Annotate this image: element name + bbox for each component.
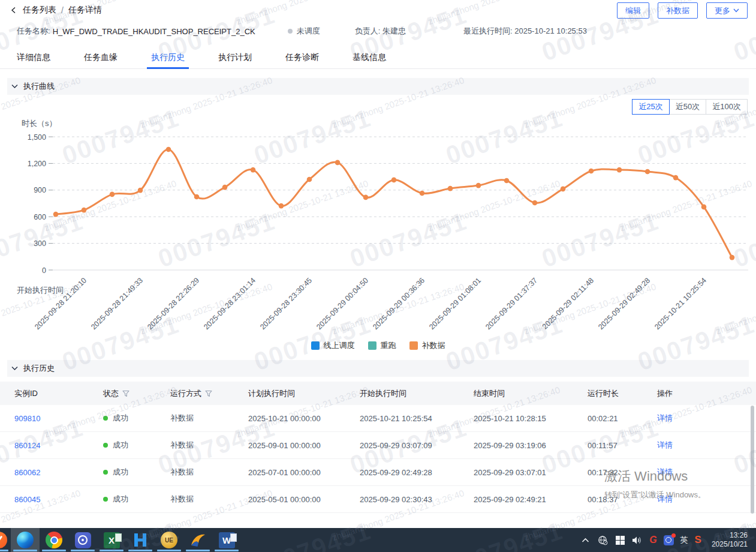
tab-plan[interactable]: 执行计划 [218, 47, 252, 68]
table-row: 860045成功补数据2025-05-01 00:00:002025-09-29… [0, 486, 756, 513]
section-execution-curve[interactable]: 执行曲线 [7, 78, 749, 95]
data-point[interactable] [617, 167, 622, 173]
detail-link[interactable]: 详情 [657, 494, 673, 503]
column-header: 计划执行时间 [248, 388, 360, 399]
running-indicator [0, 550, 8, 551]
filter-funnel-icon[interactable] [205, 390, 212, 397]
legend-item-rerun[interactable]: 重跑 [368, 340, 396, 351]
legend-item-backfill[interactable]: 补数据 [409, 340, 445, 351]
instance-id-link[interactable]: 860124 [14, 441, 40, 450]
data-point[interactable] [448, 186, 453, 191]
badge-app-icon[interactable] [664, 535, 674, 545]
data-point[interactable] [532, 200, 538, 206]
edge-icon [17, 532, 34, 548]
chevron-collapse-icon[interactable] [11, 84, 18, 89]
run-mode: 补数据 [170, 440, 194, 449]
data-point[interactable] [730, 255, 735, 260]
data-point[interactable] [363, 195, 369, 200]
instance-id-link[interactable]: 909810 [14, 414, 40, 423]
detail-link[interactable]: 详情 [657, 440, 673, 449]
taskbar-app-chrome[interactable] [40, 528, 68, 552]
clock-date: 2025/10/21 [712, 540, 748, 549]
instance-id-link[interactable]: 860062 [14, 468, 40, 477]
filter-funnel-icon[interactable] [122, 390, 129, 397]
detail-link[interactable]: 详情 [657, 413, 673, 422]
breadcrumb-task-list[interactable]: 任务列表 [23, 5, 56, 16]
data-point[interactable] [420, 191, 425, 196]
running-indicator [157, 550, 181, 551]
taskbar-apps: XUEW [0, 528, 241, 552]
series-line-backfill [56, 149, 732, 257]
clipped-app-icon [0, 532, 7, 548]
column-header: 运行时长 [588, 388, 657, 399]
section-execution-history[interactable]: 执行历史 [7, 360, 749, 377]
data-point[interactable] [166, 147, 171, 152]
data-point[interactable] [391, 178, 397, 183]
data-point[interactable] [561, 187, 566, 192]
network-globe-icon[interactable] [597, 535, 608, 545]
instance-id-link[interactable]: 860045 [14, 495, 40, 504]
section-curve-title: 执行曲线 [23, 81, 55, 92]
tab-history[interactable]: 执行历史 [151, 47, 185, 68]
taskbar-app-word[interactable]: W [212, 528, 241, 552]
data-point[interactable] [110, 192, 115, 197]
more-button[interactable]: 更多 [706, 2, 748, 19]
data-point[interactable] [701, 205, 707, 210]
svg-text:600: 600 [34, 213, 46, 221]
ime-language-indicator[interactable]: 英 [680, 535, 688, 545]
g-logo-icon[interactable]: G [649, 535, 656, 545]
chevron-collapse-icon[interactable] [11, 366, 18, 371]
chevron-up-icon[interactable] [580, 538, 591, 543]
taskbar-app-edge[interactable] [11, 528, 40, 552]
x-tick-label: 2025-09-28 23:01:14 [202, 276, 257, 331]
data-point[interactable] [251, 167, 256, 173]
range-last25-button[interactable]: 近25次 [632, 99, 669, 115]
taskbar-app-foxit[interactable] [183, 528, 212, 552]
data-point[interactable] [138, 188, 143, 193]
range-last50-button[interactable]: 近50次 [669, 99, 706, 115]
svg-text:300: 300 [34, 239, 46, 248]
taskbar-app-ultraedit[interactable]: UE [155, 528, 183, 552]
taskbar-app-messenger-app[interactable] [68, 528, 97, 552]
data-point[interactable] [645, 169, 650, 175]
legend-label: 重跑 [381, 340, 396, 351]
data-point[interactable] [476, 183, 481, 188]
data-point[interactable] [307, 177, 312, 182]
data-point[interactable] [279, 203, 284, 209]
data-point[interactable] [504, 178, 510, 184]
data-point[interactable] [222, 185, 228, 190]
data-point[interactable] [82, 208, 87, 213]
legend-item-online[interactable]: 线上调度 [311, 340, 355, 351]
data-point[interactable] [589, 169, 594, 174]
tab-details[interactable]: 详细信息 [17, 47, 50, 68]
sogou-s-icon[interactable]: S [695, 534, 701, 546]
taskbar-app-partial-app[interactable] [0, 528, 11, 552]
data-point[interactable] [673, 175, 679, 181]
status-badge: 成功 [103, 467, 170, 478]
taskbar-app-h-app[interactable] [126, 528, 155, 552]
taskbar-app-excel[interactable]: X [97, 528, 126, 552]
tab-diagnosis[interactable]: 任务诊断 [285, 47, 319, 68]
table-scrollbar[interactable] [751, 406, 754, 514]
tab-baseline[interactable]: 基线信息 [353, 47, 386, 68]
legend-swatch-icon [409, 341, 418, 350]
back-icon[interactable] [10, 6, 18, 14]
backfill-button[interactable]: 补数据 [658, 2, 698, 19]
svg-text:0: 0 [42, 266, 46, 275]
taskbar-clock[interactable]: 13:26 2025/10/21 [708, 531, 751, 549]
volume-icon[interactable] [632, 536, 643, 545]
data-point[interactable] [53, 212, 59, 217]
data-point[interactable] [194, 194, 200, 200]
success-dot-icon [103, 416, 108, 421]
edit-button[interactable]: 编辑 [617, 2, 649, 19]
breadcrumb: 任务列表 / 任务详情 [10, 5, 102, 16]
windows-panes-icon[interactable] [615, 536, 625, 545]
clock-time: 13:26 [712, 531, 748, 540]
column-header: 运行方式 [170, 388, 248, 399]
detail-link[interactable]: 详情 [657, 467, 673, 476]
tab-lineage[interactable]: 任务血缘 [84, 47, 118, 68]
range-last100-button[interactable]: 近100次 [706, 99, 748, 115]
data-point[interactable] [335, 160, 341, 166]
running-indicator [186, 550, 210, 551]
header-actions: 编辑 补数据 更多 [617, 2, 748, 19]
